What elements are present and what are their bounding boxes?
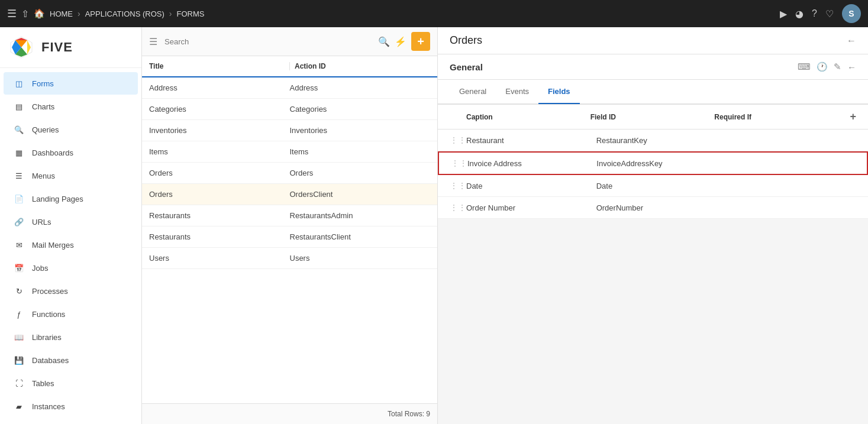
dashboards-icon: ▦ [13,147,25,158]
sidebar-item-urls[interactable]: 🔗 URLs [4,211,138,233]
col-action-header: Action ID [295,62,430,70]
breadcrumb-home[interactable]: HOME [50,9,73,18]
table-header: Title Action ID [142,56,437,77]
monitor-icon[interactable]: ⌨ [798,62,811,72]
bell-icon[interactable]: ♡ [825,8,834,20]
drag-handle-2[interactable]: ⋮⋮ [450,181,466,190]
cell-title-0: Address [149,83,290,92]
col-title-header: Title [149,62,285,70]
tab-events[interactable]: Events [496,80,538,104]
tab-general[interactable]: General [450,80,496,104]
functions-icon: ƒ [13,308,25,320]
sidebar-item-menus[interactable]: ☰ Menus [4,164,138,187]
right-panel: Orders ← General ⌨ 🕐 ✎ ← GeneralEventsFi… [438,27,868,424]
breadcrumb-forms[interactable]: FORMS [176,9,204,18]
field-row[interactable]: ⋮⋮ Restaurant RestaurantKey [438,130,868,151]
clock-icon[interactable]: 🕐 [817,62,828,72]
field-id-3: OrderNumber [596,203,727,212]
cell-title-1: Categories [149,105,290,114]
table-row[interactable]: Orders Orders [142,163,437,184]
charts-icon: ▤ [13,101,25,112]
play-icon[interactable]: ▶ [780,8,787,20]
home-icon: 🏠 [34,8,45,19]
sidebar-item-label-dashboards: Dashboards [32,148,73,157]
add-field-button[interactable]: + [850,111,857,123]
field-rows: ⋮⋮ Restaurant RestaurantKey ⋮⋮ Invoice A… [438,130,868,219]
sidebar-item-charts[interactable]: ▤ Charts [4,95,138,118]
table-row[interactable]: Items Items [142,141,437,163]
sidebar-item-resources[interactable]: ◆ Resources [4,418,138,424]
search-icon[interactable]: 🔍 [378,36,390,47]
table-row[interactable]: Inventories Inventories [142,120,437,141]
field-row[interactable]: ⋮⋮ Invoice Address InvoiceAddressKey [438,151,868,175]
sidebar-item-libraries[interactable]: 📖 Libraries [4,326,138,348]
sidebar-logo: FIVE [0,27,141,68]
sidebar-item-databases[interactable]: 💾 Databases [4,349,138,371]
avatar[interactable]: S [842,4,861,23]
cell-action-8: Users [290,254,431,263]
field-row[interactable]: ⋮⋮ Order Number OrderNumber [438,197,868,219]
filter-icon[interactable]: ☰ [149,36,157,47]
sidebar-item-landing-pages[interactable]: 📄 Landing Pages [4,187,138,210]
cell-action-4: Orders [290,169,431,177]
field-row[interactable]: ⋮⋮ Date Date [438,175,868,197]
cell-title-8: Users [149,254,290,263]
middle-rows: Address Address Categories Categories In… [142,77,437,269]
sidebar-item-label-processes: Processes [32,287,68,296]
search-globe-icon[interactable]: ◕ [795,8,804,20]
breadcrumb-chevron1: › [78,9,80,18]
drag-handle-0[interactable]: ⋮⋮ [450,135,466,145]
sidebar-item-jobs[interactable]: 📅 Jobs [4,257,138,279]
field-caption-2: Date [466,182,596,190]
sidebar-item-mail-merges[interactable]: ✉ Mail Merges [4,234,138,256]
table-row[interactable]: Users Users [142,248,437,269]
fields-header: Caption Field ID Required If + [438,105,868,130]
drag-handle-1[interactable]: ⋮⋮ [451,158,467,168]
table-row[interactable]: Categories Categories [142,99,437,120]
flash-icon[interactable]: ⚡ [395,36,406,47]
right-header-icons: ← [847,35,856,46]
sidebar-item-queries[interactable]: 🔍 Queries [4,118,138,141]
cell-title-5: Orders [149,190,290,199]
collapse-icon[interactable]: ← [847,62,856,72]
topbar: ☰ ⇧ 🏠 HOME › APPLICATIONS (ROS) › FORMS … [0,0,868,27]
middle-panel: ☰ 🔍 ⚡ + Title Action ID Address Address … [142,27,438,424]
field-caption-0: Restaurant [466,136,596,145]
table-row[interactable]: Orders OrdersClient [142,184,437,205]
cell-title-3: Items [149,147,290,156]
sidebar-item-dashboards[interactable]: ▦ Dashboards [4,141,138,164]
sidebar-item-label-databases: Databases [32,356,69,365]
table-row[interactable]: Restaurants RestaurantsClient [142,226,437,248]
sidebar-item-instances[interactable]: ▰ Instances [4,395,138,417]
cell-title-6: Restaurants [149,211,290,220]
tab-fields[interactable]: Fields [538,80,580,104]
sidebar-item-label-forms: Forms [32,79,54,88]
processes-icon: ↻ [13,285,25,297]
sidebar-item-label-libraries: Libraries [32,333,62,342]
right-title: Orders [450,34,847,47]
topbar-actions: ▶ ◕ ? ♡ S [780,4,861,23]
sidebar-item-tables[interactable]: ⛶ Tables [4,372,138,394]
breadcrumb-applications[interactable]: APPLICATIONS (ROS) [85,9,164,18]
sidebar-item-forms[interactable]: ◫ Forms [4,72,138,95]
back-icon[interactable]: ← [847,35,856,46]
search-input[interactable] [162,35,373,48]
middle-table: Title Action ID Address Address Categori… [142,56,437,403]
libraries-icon: 📖 [13,331,25,343]
caption-col-header: Caption [466,113,591,121]
table-row[interactable]: Address Address [142,77,437,99]
up-icon[interactable]: ⇧ [21,8,29,20]
menu-icon[interactable]: ☰ [7,7,17,20]
sidebar-item-functions[interactable]: ƒ Functions [4,303,138,325]
help-icon[interactable]: ? [812,8,817,19]
cell-action-3: Items [290,147,431,156]
cell-title-7: Restaurants [149,232,290,241]
breadcrumb-chevron2: › [169,9,172,18]
sidebar-item-label-landing-pages: Landing Pages [32,195,83,203]
table-footer: Total Rows: 9 [142,403,437,424]
table-row[interactable]: Restaurants RestaurantsAdmin [142,205,437,226]
edit-icon[interactable]: ✎ [834,62,841,72]
sidebar-item-processes[interactable]: ↻ Processes [4,280,138,302]
add-button[interactable]: + [411,32,430,51]
drag-handle-3[interactable]: ⋮⋮ [450,203,466,212]
